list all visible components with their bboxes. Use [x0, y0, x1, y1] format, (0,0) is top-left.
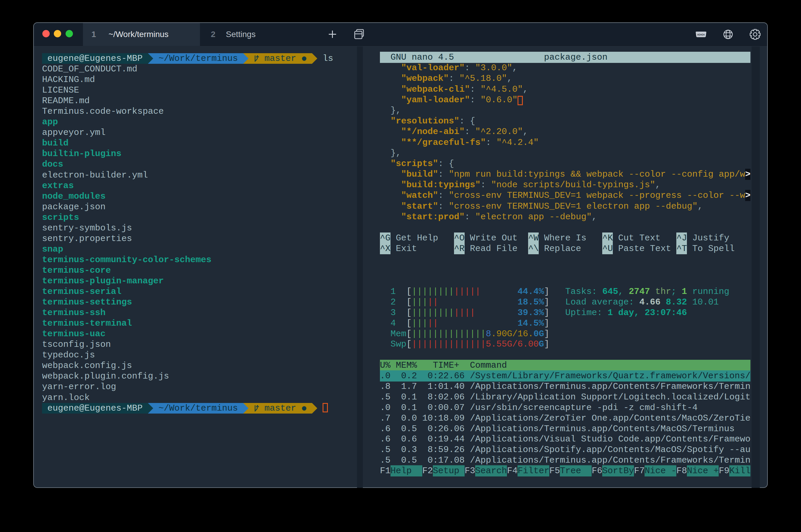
svg-text:IOIOI: IOIOI: [697, 33, 705, 36]
